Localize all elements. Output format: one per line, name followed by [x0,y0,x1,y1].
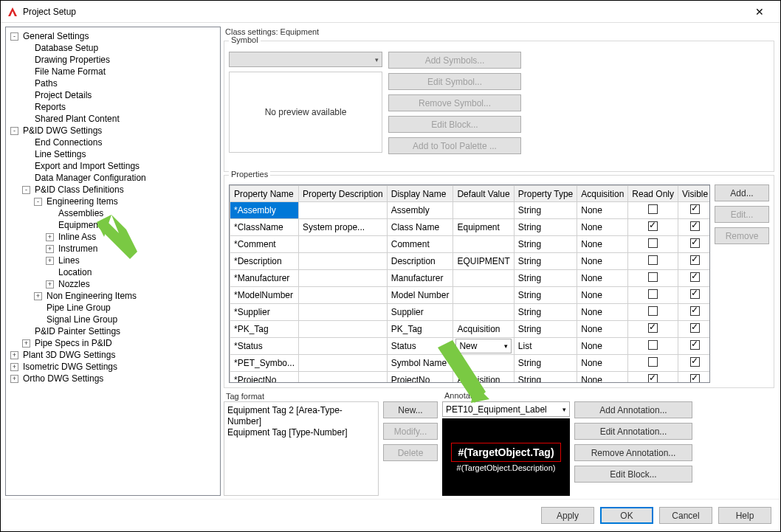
grid-cell[interactable] [453,355,514,372]
expand-icon[interactable]: + [34,292,42,300]
checkbox[interactable] [648,204,658,214]
table-row[interactable]: *StatusStatusNew▾ListNone [230,338,710,355]
grid-cell[interactable] [453,270,514,287]
help-button[interactable]: Help [718,507,771,524]
checkbox[interactable] [690,306,700,316]
grid-cell[interactable]: Description [387,253,453,270]
grid-cell[interactable]: String [514,270,577,287]
checkbox[interactable] [648,221,658,231]
grid-cell[interactable]: *Supplier [230,304,299,321]
grid-cell[interactable]: Acquisition [453,321,514,338]
tree-node[interactable]: Export and Import Settings [6,160,220,172]
grid-cell[interactable]: List [514,338,577,355]
checkbox[interactable] [648,374,658,383]
grid-cell[interactable]: String [514,372,577,384]
grid-cell[interactable]: None [577,202,628,219]
grid-cell[interactable]: String [514,355,577,372]
grid-header[interactable]: Default Value [453,186,514,202]
grid-cell[interactable]: None [577,253,628,270]
modify-tag-button[interactable]: Modify... [383,423,438,440]
checkbox[interactable] [648,357,658,367]
tree-node[interactable]: Drawing Properties [6,54,220,66]
grid-cell[interactable]: ProjectNo [387,372,453,384]
grid-header[interactable]: Display Name [387,186,453,202]
grid-cell[interactable]: Assembly [387,202,453,219]
symbol-action-button[interactable]: Add Symbols... [388,52,521,69]
grid-cell[interactable]: String [514,287,577,304]
tree-node[interactable]: Project Details [6,89,220,101]
checkbox[interactable] [690,238,700,248]
grid-cell[interactable]: None [577,338,628,355]
checkbox[interactable] [690,374,700,383]
grid-cell[interactable]: Comment [387,236,453,253]
grid-cell[interactable]: *ModelNumber [230,287,299,304]
tree-node[interactable]: File Name Format [6,66,220,77]
grid-cell[interactable]: *Manufacturer [230,270,299,287]
grid-cell[interactable] [299,270,388,287]
expand-icon[interactable]: + [22,339,30,348]
grid-cell[interactable] [299,338,388,355]
grid-cell[interactable]: String [514,304,577,321]
expand-icon[interactable]: + [46,280,54,289]
tree-node[interactable]: Line Settings [6,148,220,160]
expand-icon[interactable]: + [10,363,18,371]
symbol-action-button[interactable]: Edit Block... [388,116,521,133]
grid-cell[interactable] [299,287,388,304]
grid-cell[interactable] [453,287,514,304]
annotation-action-button[interactable]: Edit Annotation... [574,423,692,440]
status-combo[interactable]: New▾ [455,339,511,353]
grid-cell[interactable] [453,202,514,219]
tree-node[interactable]: Equipment [6,219,220,231]
symbol-action-button[interactable]: Add to Tool Palette ... [388,137,521,154]
tree-node[interactable]: +Isometric DWG Settings [6,361,220,373]
tree-node[interactable]: Shared Plant Content [6,113,220,125]
tree-node[interactable]: +Ortho DWG Settings [6,373,220,384]
annotation-action-button[interactable]: Add Annotation... [574,401,692,418]
grid-cell[interactable]: None [577,287,628,304]
tree-node[interactable]: Assemblies [6,207,220,219]
tree-node[interactable]: Reports [6,101,220,113]
tree-node[interactable]: P&ID Painter Settings [6,325,220,337]
checkbox[interactable] [648,289,658,299]
tag-format-list[interactable]: Equipment Tag 2 [Area-Type-Number] Equip… [224,401,379,496]
checkbox[interactable] [648,272,658,282]
properties-grid[interactable]: Property NameProperty DescriptionDisplay… [230,185,709,383]
annotation-action-button[interactable]: Remove Annotation... [574,444,692,461]
grid-header[interactable]: Visible [678,186,709,202]
ok-button[interactable]: OK [600,507,653,524]
grid-cell[interactable]: String [514,253,577,270]
table-row[interactable]: *AssemblyAssemblyStringNone [230,202,710,219]
grid-cell[interactable]: None [577,355,628,372]
checkbox[interactable] [690,357,700,367]
grid-cell[interactable]: None [577,236,628,253]
grid-cell[interactable]: *Status [230,338,299,355]
grid-cell[interactable]: New▾ [453,338,514,355]
delete-tag-button[interactable]: Delete [383,444,438,461]
tree-node[interactable]: Pipe Line Group [6,302,220,314]
tree-node[interactable]: End Connections [6,137,220,148]
grid-header[interactable]: Read Only [628,186,678,202]
grid-cell[interactable]: *Comment [230,236,299,253]
tree-node[interactable]: +Non Engineering Items [6,290,220,302]
symbol-action-button[interactable]: Edit Symbol... [388,73,521,90]
expand-icon[interactable]: + [46,257,54,265]
grid-header[interactable]: Property Name [230,186,299,202]
checkbox[interactable] [648,238,658,248]
add-property-button[interactable]: Add... [715,184,769,201]
grid-cell[interactable]: Manufacturer [387,270,453,287]
grid-cell[interactable]: Class Name [387,219,453,236]
tree-node[interactable]: Signal Line Group [6,314,220,325]
checkbox[interactable] [690,289,700,299]
expand-icon[interactable]: + [10,375,18,383]
tree-node[interactable]: Database Setup [6,42,220,54]
navigation-tree[interactable]: -General SettingsDatabase SetupDrawing P… [5,27,221,496]
annotation-action-button[interactable]: Edit Block... [574,466,692,483]
table-row[interactable]: *ClassNameSystem prope...Class NameEquip… [230,219,710,236]
grid-cell[interactable]: String [514,236,577,253]
grid-header[interactable]: Acquisition [577,186,628,202]
expand-icon[interactable]: + [46,233,54,241]
checkbox[interactable] [690,340,700,350]
tree-node[interactable]: +Inline Ass [6,231,220,243]
table-row[interactable]: *ModelNumberModel NumberStringNone [230,287,710,304]
collapse-icon[interactable]: - [22,186,30,194]
